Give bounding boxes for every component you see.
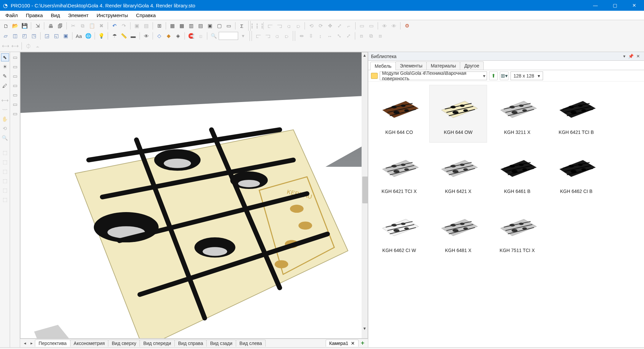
menu-edit[interactable]: Правка — [22, 11, 47, 19]
corner-icon[interactable]: ⌐ — [344, 21, 353, 30]
camera-tab[interactable]: Камера1 ✕ — [326, 340, 359, 347]
box-icon-6[interactable]: ◱ — [52, 32, 61, 40]
library-item[interactable]: KGH 6462 CI B — [547, 144, 605, 202]
extra-tool-5-icon[interactable]: ⬚ — [1, 186, 9, 194]
diamond-icon-1[interactable]: ◇ — [155, 32, 164, 40]
tool-icon-4[interactable]: ▤ — [196, 21, 205, 30]
dim-icon-4[interactable]: ⫠ — [33, 42, 42, 50]
close-button[interactable]: ✕ — [625, 0, 644, 11]
panel-pin-icon[interactable]: 📌 — [627, 54, 635, 59]
delete-icon[interactable]: ✖ — [97, 21, 106, 30]
add-view-icon[interactable]: + — [359, 340, 367, 347]
pointer-tool-icon[interactable]: ⬉ — [1, 53, 9, 61]
menu-tools[interactable]: Инструменты — [93, 11, 132, 19]
scroll-thumb[interactable] — [362, 177, 368, 203]
scroll-down-icon[interactable]: ▼ — [362, 326, 368, 332]
view-tab[interactable]: Вид сверху — [108, 340, 140, 347]
b-tool-3-icon[interactable]: ▭ — [11, 72, 19, 80]
open-icon[interactable]: 📂 — [11, 21, 19, 30]
extra-tool-2-icon[interactable]: ⬚ — [1, 158, 9, 166]
rotate-icon-2[interactable]: ⟳ — [316, 21, 325, 30]
library-item[interactable]: KGH 6461 B — [488, 144, 546, 202]
light-tool-icon[interactable]: ☀ — [1, 63, 9, 71]
b-tool-5-icon[interactable]: ▭ — [11, 91, 19, 99]
view-tab[interactable]: Перспектива — [35, 340, 70, 347]
panel-dropdown-icon[interactable]: ▾ — [622, 54, 627, 59]
bulb-icon[interactable]: 💡 — [97, 32, 106, 40]
grid-icon[interactable]: ⋮⋮⋮ — [253, 21, 261, 30]
box-icon-3[interactable]: ◰ — [20, 32, 29, 40]
globe-icon[interactable]: 🌐 — [84, 32, 93, 40]
ungroup-icon[interactable]: ▤ — [142, 21, 151, 30]
diamond-icon-3[interactable]: ◈ — [174, 32, 182, 40]
library-item[interactable]: KGH 7511 TCI X — [488, 203, 546, 261]
save-icon[interactable]: 💾 — [20, 21, 29, 30]
b-tool-2-icon[interactable]: ▭ — [11, 63, 19, 71]
library-item[interactable]: KGH 6462 CI W — [370, 203, 428, 261]
tab-other[interactable]: Другое — [460, 61, 483, 70]
paste-icon[interactable]: 📋 — [88, 21, 96, 30]
box-icon-7[interactable]: ▣ — [61, 32, 70, 40]
viewport[interactable]: KERNAU — [20, 52, 368, 339]
axis-icon-4[interactable]: ↔ — [325, 32, 334, 40]
tab-elements[interactable]: Элементы — [395, 61, 427, 70]
library-item[interactable]: KGH 6421 TCI B — [547, 85, 605, 143]
view-tab[interactable]: Вид слева — [236, 340, 266, 347]
misc-icon-1[interactable]: ⧈ — [357, 32, 366, 40]
move-icon[interactable]: ✥ — [326, 21, 334, 30]
menu-element[interactable]: Элемент — [64, 11, 93, 19]
drop-icon[interactable]: ⎅ — [196, 32, 205, 40]
tab-materials[interactable]: Материалы — [426, 61, 460, 70]
tool-icon-6[interactable]: ▢ — [215, 21, 224, 30]
tool-icon-3[interactable]: ▥ — [187, 21, 196, 30]
magnet-icon[interactable]: 🧲 — [187, 32, 196, 40]
diamond-icon-2[interactable]: ◆ — [164, 32, 173, 40]
viewport-scrollbar[interactable]: ▲ ▼ — [362, 52, 368, 332]
eye-on-icon[interactable]: 👁 — [389, 21, 398, 30]
hat-icon[interactable]: ☂ — [110, 32, 119, 40]
maximize-button[interactable]: ▢ — [605, 0, 625, 11]
dim-tool-icon[interactable]: ⟷ — [1, 96, 9, 104]
tool-icon-5[interactable]: ▣ — [206, 21, 214, 30]
cut-icon[interactable]: ✂ — [69, 21, 77, 30]
view-tab[interactable]: Вид спереди — [140, 340, 175, 347]
menu-help[interactable]: Справка — [132, 11, 160, 19]
eye-icon[interactable]: 👁 — [142, 32, 151, 40]
text-label-icon[interactable]: Aa — [74, 32, 83, 40]
dist-icon-1[interactable]: ⫍ — [254, 32, 263, 40]
dist-icon-3[interactable]: ⫏ — [273, 32, 281, 40]
view-tab[interactable]: Вид справа — [174, 340, 207, 347]
extra-tool-1-icon[interactable]: ⬚ — [1, 149, 9, 157]
layer-icon-2[interactable]: ▭ — [367, 21, 376, 30]
path-tool-icon[interactable]: 〰 — [1, 106, 9, 114]
copy-icon[interactable]: ⧉ — [78, 21, 87, 30]
undo-icon[interactable]: ↶ — [110, 21, 119, 30]
axis-icon-6[interactable]: ⤢ — [344, 32, 353, 40]
b-tool-1-icon[interactable]: ▭ — [11, 53, 19, 61]
extra-tool-3-icon[interactable]: ⬚ — [1, 167, 9, 176]
rotate-tool-icon[interactable]: ⟲ — [1, 124, 9, 133]
up-folder-icon[interactable]: ⬆ — [489, 71, 498, 80]
print-icon[interactable]: 🖶 — [46, 21, 55, 30]
menu-file[interactable]: Файл — [1, 11, 22, 19]
b-tool-4-icon[interactable]: ▭ — [11, 82, 19, 90]
tool-icon-2[interactable]: ▩ — [177, 21, 186, 30]
align-icon-4[interactable]: ⫐ — [294, 21, 303, 30]
library-path-dropdown[interactable]: Модули Gola\Gola 4\Техника\Варочная пове… — [380, 71, 487, 80]
align-icon-2[interactable]: ⫎ — [275, 21, 284, 30]
window-icon[interactable]: ⊞ — [155, 21, 164, 30]
print-preview-icon[interactable]: 🗐 — [56, 21, 64, 30]
extra-tool-6-icon[interactable]: ⬚ — [1, 196, 9, 204]
ruler-icon[interactable]: 📏 — [119, 32, 128, 40]
dim-icon-3[interactable]: ⏀ — [24, 42, 33, 50]
box-icon-4[interactable]: ◳ — [30, 32, 38, 40]
tool-icon-7[interactable]: ▭ — [224, 21, 233, 30]
new-icon[interactable]: 🗋 — [1, 21, 10, 30]
zoom-tool-icon[interactable]: 🔍 — [1, 134, 9, 142]
export-icon[interactable]: ⇲ — [33, 21, 42, 30]
thumb-size-dropdown[interactable]: 128 x 128▾ — [511, 71, 543, 80]
view-tab[interactable]: Вид сзади — [206, 340, 236, 347]
library-item[interactable]: KGH 644 CO — [370, 85, 428, 143]
menu-view[interactable]: Вид — [47, 11, 64, 19]
zoom-dd-icon[interactable]: ▾ — [239, 32, 248, 40]
